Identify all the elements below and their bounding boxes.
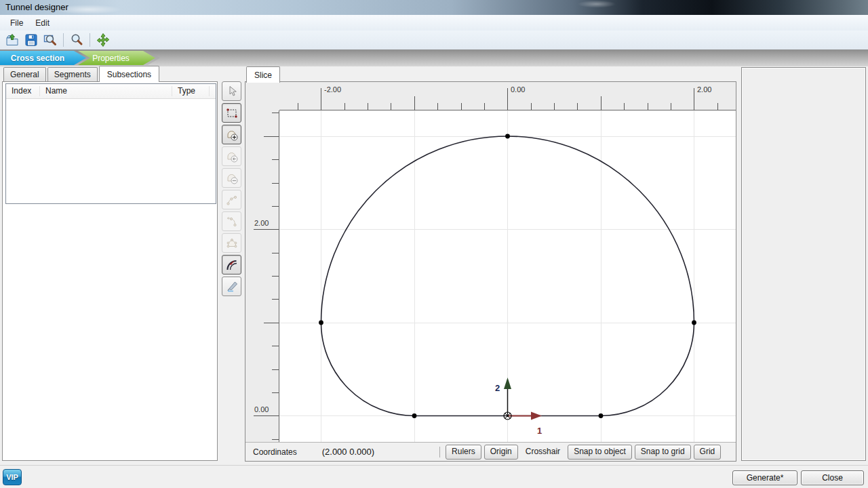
table-header-row: Index Name Type bbox=[6, 84, 216, 99]
toggle-snap-to-object[interactable]: Snap to object bbox=[568, 445, 632, 460]
properties-side-panel bbox=[741, 67, 866, 461]
toggle-crosshair[interactable]: Crosshair bbox=[521, 445, 565, 459]
canvas-status-bar: Coordinates (2.000 0.000) Rulers Origin … bbox=[245, 442, 736, 461]
subsections-table[interactable]: Index Name Type bbox=[5, 83, 216, 204]
point-left bbox=[319, 321, 323, 325]
y-tick-label: 2.00 bbox=[254, 219, 269, 227]
polyline-icon bbox=[225, 193, 239, 207]
polyline-tool-button bbox=[222, 190, 241, 209]
toolbar-separator bbox=[90, 33, 90, 47]
menu-file[interactable]: File bbox=[4, 16, 29, 30]
step-label: Properties bbox=[92, 54, 130, 63]
point-top bbox=[505, 134, 510, 139]
step-label: Cross section bbox=[11, 54, 64, 63]
polygon-tool-button bbox=[222, 233, 241, 253]
add-subsection-tool-button[interactable] bbox=[222, 125, 241, 144]
coordinates-label: Coordinates bbox=[253, 447, 297, 457]
open-folder-icon bbox=[5, 33, 20, 47]
tab-slice[interactable]: Slice bbox=[246, 66, 280, 83]
main-area: General Segments Subsections Index Name … bbox=[0, 66, 868, 465]
magnifier-icon bbox=[69, 33, 84, 47]
x-tick-label: -2.00 bbox=[324, 85, 341, 94]
open-button[interactable] bbox=[3, 32, 21, 49]
status-separator bbox=[439, 447, 440, 458]
x-tick-label: 0.00 bbox=[511, 85, 525, 94]
tunnel-designer-window: Tunnel designer File Edit bbox=[0, 0, 868, 488]
coordinates-value: (2.000 0.000) bbox=[322, 447, 374, 457]
polygon-icon bbox=[225, 237, 239, 250]
zoom-extents-button[interactable] bbox=[41, 32, 59, 49]
save-button[interactable] bbox=[22, 32, 40, 49]
canvas-tab-strip: Slice bbox=[246, 66, 281, 82]
vip-badge[interactable]: VIP bbox=[3, 469, 22, 485]
delete-subsection-tool-button bbox=[222, 168, 241, 188]
y-tick-label: 0.00 bbox=[254, 405, 269, 413]
arc-segment-tool-button bbox=[222, 211, 241, 231]
window-title: Tunnel designer bbox=[5, 2, 68, 12]
cursor-icon bbox=[225, 85, 239, 98]
tunnel-minus-icon bbox=[225, 171, 239, 185]
tool-palette bbox=[222, 81, 242, 298]
left-tab-strip: General Segments Subsections bbox=[3, 66, 161, 81]
vertical-axis-label: 2 bbox=[495, 383, 500, 393]
breadcrumb-step-cross-section[interactable]: Cross section bbox=[0, 51, 86, 65]
intersect-arcs-tool-button[interactable] bbox=[222, 255, 241, 274]
menu-bar: File Edit bbox=[0, 15, 868, 30]
tunnel-insert-icon bbox=[225, 150, 239, 163]
knife-icon bbox=[225, 280, 239, 293]
arc-icon bbox=[225, 215, 239, 228]
point-bottom-left bbox=[412, 413, 417, 418]
save-icon bbox=[24, 33, 39, 47]
select-tool-button[interactable] bbox=[222, 81, 241, 101]
column-header-index[interactable]: Index bbox=[6, 86, 40, 96]
tunnel-plus-icon bbox=[225, 128, 239, 142]
x-tick-label: 2.00 bbox=[697, 85, 711, 94]
selection-rectangle-icon bbox=[225, 106, 239, 120]
point-right bbox=[692, 321, 696, 325]
subsections-panel: Index Name Type bbox=[2, 81, 218, 461]
menu-edit[interactable]: Edit bbox=[29, 16, 56, 30]
toggle-rulers[interactable]: Rulers bbox=[446, 445, 481, 460]
tab-subsections[interactable]: Subsections bbox=[99, 66, 159, 82]
point-bottom-right bbox=[599, 413, 604, 418]
tunnel-cross-section-plot: -2.00 0.00 2.00 2.00 0.00 2 1 bbox=[245, 82, 736, 443]
zoom-extents-icon bbox=[43, 33, 58, 47]
pan-button[interactable] bbox=[94, 32, 112, 49]
footer-bar: VIP Generate* Close bbox=[0, 465, 868, 488]
column-header-gutter bbox=[210, 86, 216, 96]
tab-segments[interactable]: Segments bbox=[47, 67, 98, 81]
column-header-name[interactable]: Name bbox=[40, 86, 172, 96]
double-arc-arrow-icon bbox=[225, 258, 239, 272]
select-rectangle-tool-button[interactable] bbox=[222, 103, 241, 123]
main-toolbar bbox=[0, 30, 868, 49]
drawing-canvas[interactable]: -2.00 0.00 2.00 2.00 0.00 2 1 bbox=[245, 81, 736, 462]
column-header-type[interactable]: Type bbox=[172, 86, 210, 96]
zoom-button[interactable] bbox=[67, 32, 85, 49]
toolbar-separator bbox=[63, 33, 64, 47]
insert-subsection-tool-button bbox=[222, 146, 241, 166]
toggle-grid[interactable]: Grid bbox=[694, 445, 722, 460]
toggle-origin[interactable]: Origin bbox=[484, 445, 518, 460]
pan-arrows-icon bbox=[96, 33, 111, 47]
tab-general[interactable]: General bbox=[3, 67, 46, 81]
title-bar: Tunnel designer bbox=[0, 0, 868, 16]
cut-tool-button[interactable] bbox=[222, 277, 241, 296]
close-button[interactable]: Close bbox=[801, 470, 864, 485]
wizard-breadcrumb: Properties Cross section bbox=[0, 49, 868, 66]
toggle-snap-to-grid[interactable]: Snap to grid bbox=[635, 445, 691, 460]
horizontal-axis-label: 1 bbox=[537, 426, 542, 436]
generate-button[interactable]: Generate* bbox=[732, 470, 797, 485]
